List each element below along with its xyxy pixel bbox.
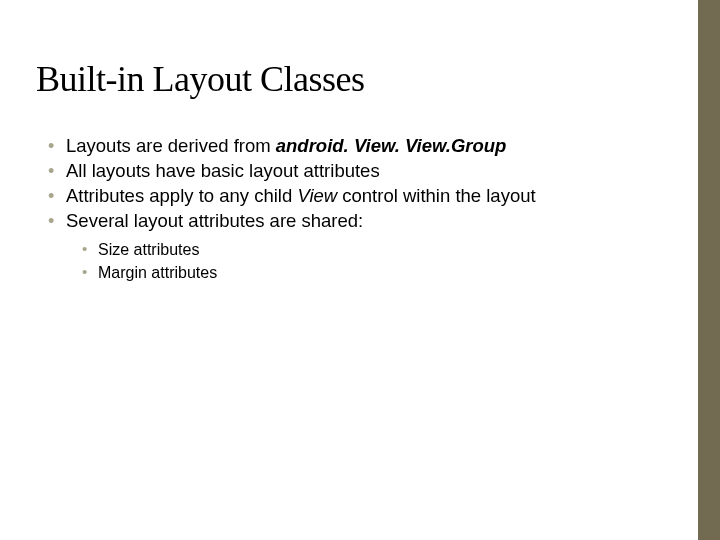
list-item: Layouts are derived from android. View. … (46, 134, 680, 159)
sub-bullet-list: Size attributes Margin attributes (80, 238, 680, 284)
list-item: Attributes apply to any child View contr… (46, 184, 680, 209)
text: Margin attributes (98, 264, 217, 281)
side-accent-bar (698, 0, 720, 540)
text: control within the layout (337, 185, 535, 206)
slide-title: Built-in Layout Classes (36, 58, 680, 100)
list-item: Size attributes (80, 238, 680, 261)
text: All layouts have basic layout attributes (66, 160, 380, 181)
list-item: Margin attributes (80, 261, 680, 284)
text: Size attributes (98, 241, 199, 258)
list-item: All layouts have basic layout attributes (46, 159, 680, 184)
class-name: android. View. View.Group (276, 135, 507, 156)
bullet-list: Layouts are derived from android. View. … (46, 134, 680, 234)
text: Several layout attributes are shared: (66, 210, 363, 231)
class-name: View (297, 185, 337, 206)
text: Attributes apply to any child (66, 185, 297, 206)
list-item: Several layout attributes are shared: (46, 209, 680, 234)
text: Layouts are derived from (66, 135, 276, 156)
slide-content: Built-in Layout Classes Layouts are deri… (0, 0, 720, 284)
